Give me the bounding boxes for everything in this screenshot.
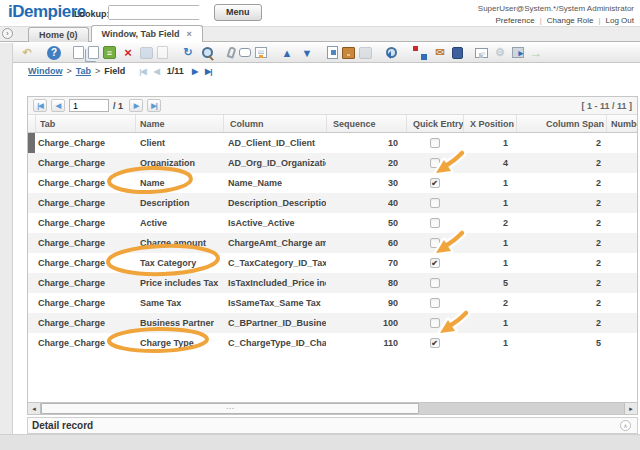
scroll-right-icon[interactable]: ▸ [624,403,637,414]
quick-entry-checkbox[interactable] [430,278,440,288]
table-row[interactable]: Charge_Charge Organization AD_Org_ID_Org… [28,153,637,173]
page-next-button[interactable]: ▶ [129,99,143,112]
cell-tab: Charge_Charge [35,173,135,193]
cell-column-span: 2 [516,193,606,213]
page-first-button[interactable]: |◀ [33,99,47,112]
parent-record-icon[interactable]: ▲ [279,45,295,61]
copy-record-icon[interactable] [88,46,99,59]
table-row[interactable]: Charge_Charge Price includes Tax IsTaxIn… [28,273,637,293]
row-indicator [28,233,35,253]
cell-column-span: 2 [516,273,606,293]
column-header[interactable]: Column [223,115,326,132]
column-header[interactable]: Number [606,115,637,132]
grid-toggle-icon[interactable] [255,47,267,58]
scroll-left-icon[interactable]: ◂ [28,403,41,414]
quick-entry-checkbox[interactable] [430,298,440,308]
previous-record-button[interactable]: ◀ [154,67,159,76]
table-row[interactable]: Charge_Charge Tax Category C_TaxCategory… [28,253,637,273]
process-icon[interactable]: ⚙ [492,45,508,61]
header-link[interactable]: Change Role [547,16,594,25]
detail-record-icon[interactable]: ▼ [299,45,315,61]
archive-documents-icon[interactable] [452,47,463,59]
cell-number [606,173,637,193]
cell-x-position: 4 [463,153,516,173]
tab[interactable]: Window, Tab Field× [91,25,203,42]
save-icon[interactable] [140,47,153,59]
table-row[interactable]: Charge_Charge Name Name_Name 30 ✔ 1 2 [28,173,637,193]
table-row[interactable]: Charge_Charge Same Tax IsSameTax_Same Ta… [28,293,637,313]
cell-number [606,233,637,253]
table-row[interactable]: Charge_Charge Charge Type C_ChargeType_I… [28,333,637,353]
window-customize-icon[interactable] [475,48,488,58]
quick-entry-checkbox[interactable]: ✔ [430,178,440,188]
breadcrumb-link[interactable]: Tab [76,66,91,76]
table-row[interactable]: Charge_Charge Active IsActive_Active 50 … [28,213,637,233]
undo-icon[interactable]: ↶ [19,45,35,61]
workflow-icon[interactable] [412,45,428,61]
page-last-button[interactable]: ▶| [147,99,161,112]
quick-entry-checkbox[interactable] [430,238,440,248]
table-row[interactable]: Charge_Charge Client AD_Client_ID_Client… [28,133,637,153]
quick-entry-checkbox[interactable]: ✔ [430,258,440,268]
help-icon[interactable]: ? [47,46,61,60]
close-icon[interactable]: × [186,29,191,39]
export-icon[interactable] [512,47,524,58]
zoom-across-icon[interactable] [384,45,400,61]
lookup-label: Lookup: [74,9,110,19]
next-record-button[interactable]: ▶ [192,67,197,76]
new-record-icon[interactable] [73,46,84,59]
cell-column-span: 2 [516,153,606,173]
collapsed-west-panel[interactable] [0,43,13,434]
end-window-icon[interactable]: → [528,45,544,61]
lookup-input[interactable] [109,6,230,19]
cell-number [606,133,637,153]
expand-sidebar-button[interactable]: › [2,28,13,39]
cell-name: Business Partner [135,313,223,333]
attachment-icon[interactable] [226,46,236,59]
collapse-icon[interactable]: ∧ [620,420,631,431]
horizontal-scrollbar[interactable]: ◂ ⋯ ▸ [28,402,637,414]
request-icon[interactable]: ✉ [432,45,448,61]
column-header[interactable]: Column Span [516,115,606,132]
header-link[interactable]: Preference [496,16,535,25]
tab[interactable]: Home (0) [28,27,89,42]
form-view-icon[interactable] [327,46,338,59]
page-previous-button[interactable]: ◀ [51,99,65,112]
quick-entry-checkbox[interactable]: ✔ [430,338,440,348]
column-header[interactable]: Name [135,115,223,132]
print-icon[interactable] [359,47,372,59]
delete-record-icon[interactable]: ≡ [103,46,116,59]
archive-icon[interactable] [342,47,355,59]
cell-number [606,193,637,213]
last-record-button[interactable]: ▶| [205,67,211,76]
table-row[interactable]: Charge_Charge Charge amount ChargeAmt_Ch… [28,233,637,253]
cell-column-span: 2 [516,133,606,153]
refresh-icon[interactable]: ↻ [180,45,196,61]
find-icon[interactable] [200,45,216,61]
page-number-input[interactable] [69,99,109,112]
lookup-combobox[interactable]: ▼ [108,5,200,20]
cell-sequence: 30 [326,173,406,193]
quick-entry-checkbox[interactable] [430,158,440,168]
quick-entry-checkbox[interactable] [430,198,440,208]
cell-tab: Charge_Charge [35,253,135,273]
scrollbar-thumb[interactable]: ⋯ [41,403,419,414]
quick-entry-checkbox[interactable] [430,138,440,148]
cell-column: C_BPartner_ID_Business Pa [223,313,326,333]
table-row[interactable]: Charge_Charge Description Description_De… [28,193,637,213]
header-link[interactable]: Log Out [606,16,634,25]
quick-entry-checkbox[interactable] [430,318,440,328]
column-header[interactable]: Sequence [326,115,406,132]
quick-entry-checkbox[interactable] [430,218,440,228]
delete-selection-icon[interactable]: × [120,45,136,61]
table-row[interactable]: Charge_Charge Business Partner C_BPartne… [28,313,637,333]
chat-icon[interactable] [239,48,251,57]
detail-record-bar[interactable]: Detail record ∧ [27,417,638,434]
first-record-button[interactable]: |◀ [139,67,145,76]
column-header[interactable]: Tab [35,115,135,132]
column-header[interactable]: Quick Entry [406,115,463,132]
column-header[interactable]: X Position [463,115,516,132]
save-create-copy-icon[interactable] [157,46,168,59]
menu-button[interactable]: Menu [214,4,262,21]
breadcrumb-link[interactable]: Window [28,66,62,76]
